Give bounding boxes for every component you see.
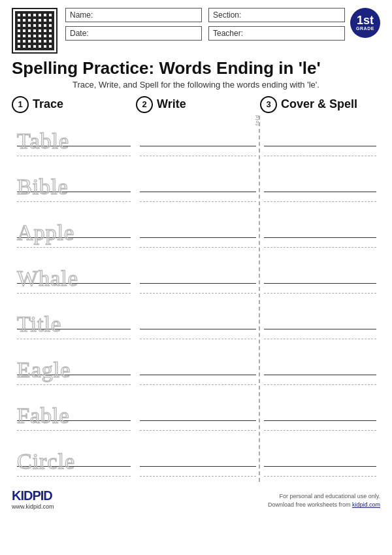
write-line-dashed <box>140 293 256 294</box>
spell-word-cell <box>260 207 380 253</box>
write-line-solid <box>140 146 256 146</box>
kidpid-brand: KIDPID <box>12 488 52 503</box>
write-line-dashed <box>140 201 256 202</box>
columns-header: 1 Trace 2 Write 3 Cover & Spell <box>12 96 380 113</box>
spell-line-solid <box>264 466 376 467</box>
spell-header: 3 Cover & Spell <box>260 96 380 113</box>
spell-line-dashed <box>264 293 376 294</box>
write-line-solid <box>140 237 256 238</box>
write-word-cell <box>136 161 260 207</box>
trace-word-text: Whale <box>17 267 78 290</box>
trace-word-text: Fable <box>17 405 70 427</box>
kidpid-link[interactable]: kidpid.com <box>352 501 380 508</box>
fold-line <box>259 116 260 482</box>
write-line-solid <box>140 192 256 192</box>
trace-label: 1 Trace <box>12 96 136 113</box>
trace-word-text: Circle <box>17 450 75 473</box>
kidpid-url: www.kidpid.com <box>12 503 54 510</box>
date-field: Date: <box>65 26 202 41</box>
footer-note: For personal and educational use only. D… <box>268 492 380 510</box>
write-num: 2 <box>136 96 153 113</box>
write-line-solid <box>140 466 256 467</box>
trace-num: 1 <box>12 96 29 113</box>
form-row-2: Date: Teacher: <box>65 26 345 41</box>
grade-word: GRADE <box>356 26 374 31</box>
trace-column: Table Bible Apple <box>12 116 136 482</box>
trace-word-cell: Table <box>12 116 136 161</box>
write-word-cell <box>136 207 260 253</box>
spell-line-solid <box>264 237 376 238</box>
write-line-dashed <box>140 247 256 248</box>
header: Name: Section: Date: Teacher: 1st GRADE <box>12 8 380 54</box>
grade-number: 1st <box>357 14 374 26</box>
trace-word-cell: Apple <box>12 207 136 253</box>
main-title: Spelling Practice: Words Ending in 'le' <box>12 59 380 78</box>
form-fields: Name: Section: Date: Teacher: <box>65 8 345 41</box>
spell-line-solid <box>264 420 376 421</box>
spell-label: 3 Cover & Spell <box>260 96 380 113</box>
trace-word-text: Table <box>17 130 69 152</box>
trace-word-cell: Bible <box>12 161 136 207</box>
write-word-cell <box>136 436 260 482</box>
write-line-dashed <box>140 476 256 477</box>
trace-word-cell: Whale <box>12 253 136 299</box>
write-line-dashed <box>140 430 256 431</box>
kidpid-logo: KIDPID www.kidpid.com <box>12 488 54 510</box>
spell-word-cell <box>260 390 380 436</box>
spell-num: 3 <box>260 96 277 113</box>
spell-line-dashed <box>264 156 376 156</box>
trace-word-text: Title <box>17 313 61 335</box>
spell-word-cell <box>260 436 380 482</box>
write-line-dashed <box>140 339 256 339</box>
footer: KIDPID www.kidpid.com For personal and e… <box>12 486 380 510</box>
write-line-solid <box>140 329 256 329</box>
spell-line-dashed <box>264 476 376 477</box>
write-word-cell <box>136 345 260 390</box>
spell-line-dashed <box>264 247 376 248</box>
grade-badge: 1st GRADE <box>350 8 380 38</box>
trace-word-text: Apple <box>17 222 74 244</box>
spell-line-dashed <box>264 430 376 431</box>
spell-line-dashed <box>264 339 376 339</box>
subtitle: Trace, Write, and Spell for the followin… <box>12 80 380 90</box>
spell-line-dashed <box>264 201 376 202</box>
write-header: 2 Write <box>136 96 260 113</box>
write-line-dashed <box>140 384 256 385</box>
write-word-cell <box>136 253 260 299</box>
write-line-dashed <box>140 156 256 156</box>
section-field: Section: <box>208 8 345 22</box>
trace-word-text: Eagle <box>17 359 71 381</box>
write-line-solid <box>140 375 256 375</box>
spell-line-solid <box>264 192 376 192</box>
trace-word-cell: Fable <box>12 390 136 436</box>
name-field: Name: <box>65 8 202 22</box>
spell-word-cell <box>260 161 380 207</box>
trace-word-cell: Title <box>12 299 136 345</box>
spell-column <box>260 116 380 482</box>
write-column: fold <box>136 116 260 482</box>
words-grid: Table Bible Apple <box>12 116 380 482</box>
spell-word-cell <box>260 253 380 299</box>
write-word-cell <box>136 390 260 436</box>
spell-line-dashed <box>264 384 376 385</box>
spell-word-cell <box>260 299 380 345</box>
form-row-1: Name: Section: <box>65 8 345 22</box>
trace-word-cell: Circle <box>12 436 136 482</box>
trace-word-text: Bible <box>17 176 69 198</box>
write-word-cell <box>136 116 260 161</box>
qr-code <box>12 8 57 54</box>
write-word-cell <box>136 299 260 345</box>
write-line-solid <box>140 283 256 284</box>
spell-line-solid <box>264 283 376 284</box>
spell-line-solid <box>264 375 376 375</box>
teacher-field: Teacher: <box>208 26 345 41</box>
write-line-solid <box>140 420 256 421</box>
spell-line-solid <box>264 146 376 146</box>
spell-word-cell <box>260 345 380 390</box>
trace-word-cell: Eagle <box>12 345 136 390</box>
spell-word-cell <box>260 116 380 161</box>
page: Name: Section: Date: Teacher: 1st GRADE … <box>0 0 392 555</box>
spell-line-solid <box>264 329 376 329</box>
trace-header: 1 Trace <box>12 96 136 113</box>
write-label: 2 Write <box>136 96 260 113</box>
